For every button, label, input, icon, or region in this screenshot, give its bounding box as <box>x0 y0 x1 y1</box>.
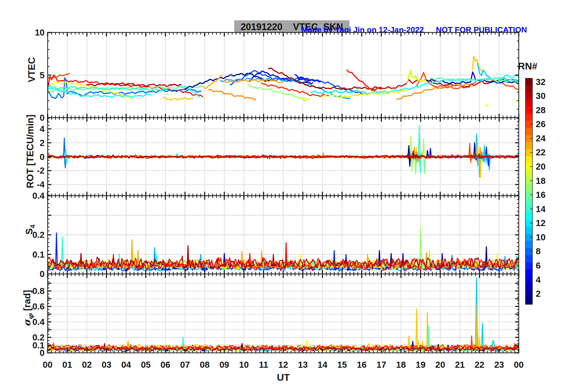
y-tick-label: 0.4 <box>32 317 45 327</box>
y-tick-label: 0 <box>40 152 45 162</box>
x-tick-label: 10 <box>239 360 249 370</box>
colorbar-tick-label: 10 <box>536 232 545 242</box>
x-tick-label: 16 <box>357 360 366 370</box>
colorbar-tick-label: 18 <box>536 176 545 186</box>
x-tick-label: 05 <box>141 360 150 370</box>
colorbar-cell <box>525 269 532 276</box>
x-tick-label: 23 <box>494 360 504 370</box>
x-tick-label: 06 <box>160 360 170 370</box>
colorbar: 2468101214161820222426283032 <box>525 77 545 305</box>
colorbar-cell <box>525 113 532 121</box>
colorbar-cell <box>525 198 532 206</box>
x-tick-label: 22 <box>474 360 484 370</box>
colorbar-cell <box>525 212 532 220</box>
colorbar-tick-label: 24 <box>536 133 545 143</box>
x-tick-label: 00 <box>43 360 52 370</box>
colorbar-cell <box>525 100 532 107</box>
colorbar-cell <box>525 170 532 177</box>
colorbar-cell <box>525 227 532 234</box>
x-tick-label: 19 <box>416 360 425 370</box>
x-tick-label: 04 <box>121 360 131 370</box>
y-tick-label: 0.1 <box>32 250 45 259</box>
colorbar-cell <box>525 85 532 93</box>
x-tick-label: 01 <box>62 360 72 370</box>
colorbar-tick-label: 16 <box>536 190 545 200</box>
colorbar-tick-label: 28 <box>536 105 545 115</box>
colorbar-tick-label: 20 <box>536 162 545 171</box>
colorbar-tick-label: 8 <box>536 246 541 256</box>
panel-sigmaphi: 00.10.20.40.60.8 <box>32 274 519 358</box>
x-tick-label: 03 <box>102 360 111 370</box>
colorbar-cell <box>525 283 532 290</box>
y-tick-label: -4 <box>37 180 45 189</box>
y-tick-label: 0.2 <box>32 333 45 342</box>
colorbar-tick-label: 32 <box>536 77 545 87</box>
y-tick-label: 5 <box>40 70 45 80</box>
y-tick-label: 4 <box>40 124 45 134</box>
colorbar-cell <box>525 241 532 248</box>
x-tick-label: 18 <box>396 360 406 370</box>
colorbar-cell <box>525 255 532 262</box>
y-tick-label: 2 <box>40 138 45 148</box>
colorbar-tick-label: 4 <box>536 275 541 285</box>
colorbar-tick-label: 12 <box>536 218 545 228</box>
y-tick-label: 0.8 <box>32 286 45 296</box>
x-tick-label: 14 <box>318 360 327 370</box>
colorbar-cell <box>525 128 532 135</box>
colorbar-tick-label: 26 <box>536 119 545 129</box>
y-tick-label: 0 <box>40 113 45 123</box>
figure-page: 20191220 VTEC SKN Made by Yaqi Jin on 12… <box>0 0 577 392</box>
colorbar-tick-label: 30 <box>536 91 545 101</box>
x-tick-label: 08 <box>200 360 210 370</box>
y-tick-label: 0 <box>40 269 45 279</box>
x-tick-label: 21 <box>455 360 465 370</box>
x-tick-label: 20 <box>435 360 445 370</box>
colorbar-cell <box>525 142 532 149</box>
y-tick-label: 0.6 <box>32 302 45 311</box>
colorbar-cell <box>525 184 532 191</box>
x-tick-label: 00 <box>514 360 524 370</box>
y-tick-label: -2 <box>37 166 45 175</box>
colorbar-tick-label: 6 <box>536 261 541 270</box>
x-tick-label: 02 <box>82 360 92 370</box>
x-tick-label: 15 <box>337 360 347 370</box>
x-tick-label: 09 <box>219 360 229 370</box>
panel-s4: 00.10.20.4 <box>32 191 519 279</box>
x-tick-label: 12 <box>278 360 288 370</box>
x-tick-label: 11 <box>259 360 268 370</box>
colorbar-cell <box>525 297 532 305</box>
x-tick-label: 17 <box>376 360 386 370</box>
x-tick-label: 07 <box>180 360 190 370</box>
colorbar-tick-label: 22 <box>536 147 545 157</box>
y-tick-label: 0.2 <box>32 230 45 240</box>
colorbar-cell <box>525 156 532 163</box>
colorbar-tick-label: 2 <box>536 289 541 299</box>
colorbar-tick-label: 14 <box>536 204 545 214</box>
x-tick-label: 13 <box>298 360 308 370</box>
panel-rot: -4-2024 <box>37 118 519 196</box>
chart-svg: 0510-4-202400.10.20.400.10.20.40.60.8000… <box>0 0 577 392</box>
y-tick-label: 0.4 <box>32 191 45 201</box>
y-tick-label: 10 <box>35 28 45 37</box>
panel-vtec: 0510 <box>35 28 519 123</box>
